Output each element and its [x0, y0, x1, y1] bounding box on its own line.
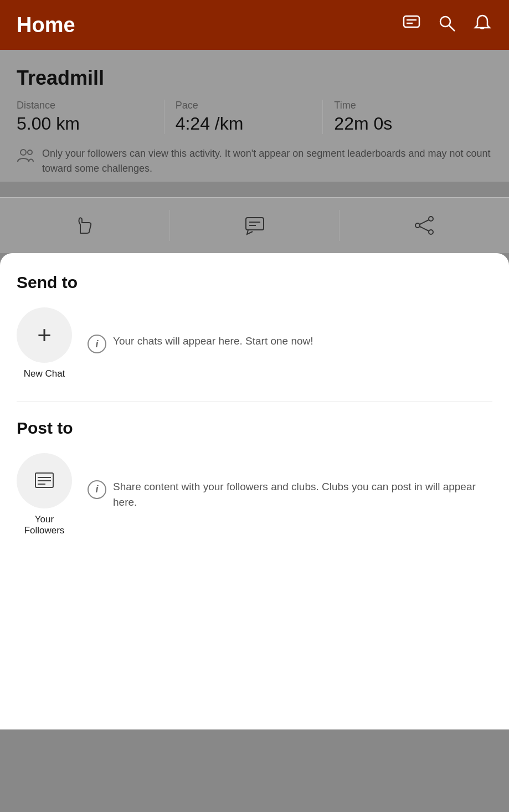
svg-line-4	[449, 25, 455, 31]
activity-card: Treadmill Distance 5.00 km Pace 4:24 /km…	[0, 50, 509, 182]
stat-pace: Pace 4:24 /km	[176, 100, 323, 134]
post-to-row: YourFollowers i Share content with your …	[17, 453, 492, 536]
distance-label: Distance	[17, 100, 153, 111]
new-chat-col: + New Chat	[17, 307, 72, 379]
stats-row: Distance 5.00 km Pace 4:24 /km Time 22m …	[17, 100, 492, 134]
send-to-row: + New Chat i Your chats will appear here…	[17, 307, 492, 379]
svg-line-14	[420, 227, 429, 231]
svg-point-3	[440, 17, 450, 27]
empty-chats-info: i Your chats will appear here. Start one…	[88, 333, 492, 353]
distance-value: 5.00 km	[17, 114, 153, 134]
new-chat-button[interactable]: +	[17, 307, 72, 363]
new-chat-label: New Chat	[24, 368, 65, 379]
share-button[interactable]	[340, 210, 509, 241]
followers-info-text: Share content with your followers and cl…	[113, 479, 492, 511]
stat-time: Time 22m 0s	[334, 100, 481, 134]
svg-rect-7	[246, 218, 264, 230]
svg-point-11	[429, 230, 433, 234]
empty-chats-text: Your chats will appear here. Start one n…	[113, 333, 313, 350]
privacy-text: Only your followers can view this activi…	[42, 146, 492, 176]
stat-distance: Distance 5.00 km	[17, 100, 164, 134]
privacy-row: Only your followers can view this activi…	[17, 146, 492, 182]
app-header: Home	[0, 0, 509, 50]
svg-point-5	[20, 150, 26, 155]
svg-line-13	[420, 220, 429, 224]
svg-rect-0	[404, 16, 419, 27]
bell-icon[interactable]	[472, 13, 492, 37]
svg-point-6	[28, 150, 32, 155]
plus-icon: +	[37, 323, 52, 347]
send-to-title: Send to	[17, 273, 492, 292]
time-value: 22m 0s	[334, 114, 470, 134]
action-bar	[0, 197, 509, 253]
followers-icon	[17, 147, 34, 167]
your-followers-label: YourFollowers	[24, 514, 65, 536]
followers-col: YourFollowers	[17, 453, 72, 536]
followers-info-icon: i	[88, 480, 106, 499]
pace-value: 4:24 /km	[176, 114, 312, 134]
chat-icon[interactable]	[402, 13, 421, 37]
post-to-title: Post to	[17, 419, 492, 438]
activity-title: Treadmill	[17, 66, 492, 90]
search-icon[interactable]	[437, 13, 457, 37]
info-icon: i	[88, 335, 106, 353]
comment-button[interactable]	[170, 210, 340, 241]
time-label: Time	[334, 100, 470, 111]
followers-info-letter: i	[95, 484, 98, 495]
your-followers-button[interactable]	[17, 453, 72, 508]
header-icons	[402, 13, 492, 37]
pace-label: Pace	[176, 100, 312, 111]
svg-point-12	[415, 223, 420, 228]
post-to-section: Post to YourFollowers i Share content	[17, 419, 492, 536]
page-title: Home	[17, 13, 75, 37]
kudos-button[interactable]	[0, 210, 170, 241]
bottom-sheet: Send to + New Chat i Your chats will app…	[0, 253, 509, 729]
send-to-section: Send to + New Chat i Your chats will app…	[17, 273, 492, 379]
followers-info-box: i Share content with your followers and …	[88, 479, 492, 511]
info-letter: i	[95, 338, 98, 350]
section-divider	[17, 402, 492, 402]
svg-point-10	[429, 217, 433, 221]
